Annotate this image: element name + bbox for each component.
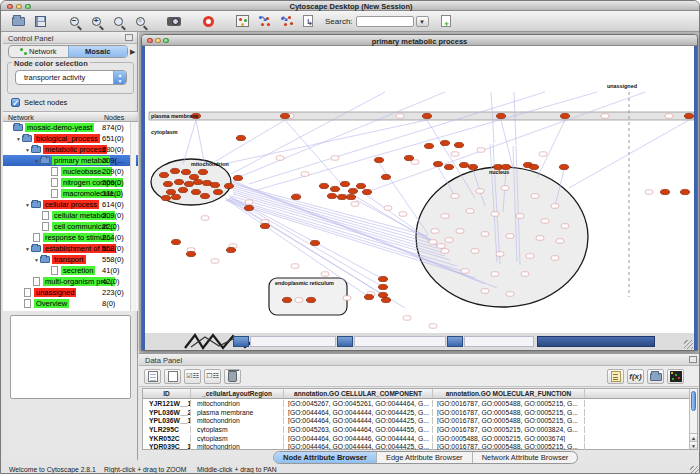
network-node[interactable] <box>684 113 693 118</box>
expand-arrow-icon[interactable]: ▼ <box>15 136 22 142</box>
network-node[interactable] <box>454 142 463 147</box>
background-window-titlebar[interactable] <box>537 336 655 347</box>
network-node-label[interactable] <box>321 272 329 276</box>
network-node[interactable] <box>171 239 180 244</box>
network-node[interactable] <box>330 186 339 191</box>
column-header[interactable]: annotation.GO MOLECULAR_FUNCTION <box>433 389 585 398</box>
network-node[interactable] <box>170 168 179 173</box>
network-node-label[interactable] <box>451 194 459 198</box>
network-node-label[interactable] <box>441 249 449 253</box>
network-node-label[interactable] <box>665 114 673 118</box>
network-node-label[interactable] <box>445 238 453 242</box>
formula-button[interactable]: f(x) <box>627 369 644 384</box>
matrix-view-button[interactable] <box>667 369 684 384</box>
float-panel-icon[interactable] <box>689 356 697 363</box>
select-attributes-button[interactable]: ☑☷ <box>184 369 201 384</box>
tree-row[interactable]: ▼cellular process614(0) <box>3 199 138 210</box>
tree-row[interactable]: multi-organism pro...42(0) <box>3 276 138 287</box>
tree-row[interactable]: unassigned223(0) <box>3 287 138 298</box>
tree-row[interactable]: ▼establishment of lo...558(0) <box>3 243 138 254</box>
network-node-label[interactable] <box>295 298 303 302</box>
network-node-label[interactable] <box>276 156 284 160</box>
background-window-preview[interactable] <box>354 336 446 347</box>
tree-row[interactable]: ▼transport558(0) <box>3 254 138 265</box>
network-node-label[interactable] <box>536 236 544 240</box>
network-edge[interactable] <box>233 190 437 248</box>
attribute-table-button[interactable] <box>144 369 161 384</box>
network-node[interactable] <box>236 135 245 140</box>
network-node-label[interactable] <box>541 219 549 223</box>
enhanced-search-button[interactable]: ＋ <box>436 13 456 30</box>
network-node[interactable] <box>244 205 253 210</box>
scroll-down-icon[interactable]: ▼ <box>690 441 697 449</box>
network-node-label[interactable] <box>531 194 539 198</box>
network-node-label[interactable] <box>291 264 299 268</box>
import-attributes-button[interactable] <box>607 369 624 384</box>
expand-arrow-icon[interactable]: ▼ <box>33 257 40 263</box>
network-window-titlebar[interactable]: primary metabolic process <box>142 35 697 46</box>
network-node-label[interactable] <box>645 190 653 194</box>
tree-row[interactable]: ▼primary metabol209(... <box>3 155 138 166</box>
tree-row[interactable]: secretion41(0) <box>3 265 138 276</box>
delete-attribute-button[interactable] <box>224 369 241 384</box>
column-header[interactable]: ID <box>143 389 191 398</box>
zoom-fit-button[interactable]: ▫ <box>130 13 150 30</box>
network-node-label[interactable] <box>456 229 464 233</box>
network-node[interactable] <box>163 181 172 186</box>
compartment-plasma-membrane[interactable] <box>149 112 694 120</box>
network-node[interactable] <box>198 169 207 174</box>
tab-mosaic[interactable]: Mosaic <box>68 46 128 57</box>
network-node[interactable] <box>529 164 538 169</box>
network-node-label[interactable] <box>466 209 474 213</box>
network-node-label[interactable] <box>451 152 459 156</box>
window-resize-grip[interactable] <box>684 340 693 349</box>
tree-row[interactable]: Overview8(0) <box>3 298 138 309</box>
network-node-label[interactable] <box>201 216 209 220</box>
network-node-label[interactable] <box>351 202 359 206</box>
network-node[interactable] <box>404 155 413 160</box>
new-attribute-button[interactable] <box>164 369 181 384</box>
network-node[interactable] <box>171 194 180 199</box>
tree-row[interactable]: ▼metabolic process280(0) <box>3 144 138 155</box>
tab-network-attribute-browser[interactable]: Network Attribute Browser <box>472 452 578 463</box>
tree-scrollbar[interactable] <box>130 122 136 311</box>
scroll-up-icon[interactable]: ▲ <box>690 433 697 441</box>
network-node[interactable] <box>291 194 300 199</box>
scrollbar-thumb[interactable] <box>691 391 696 411</box>
background-window-preview[interactable] <box>464 336 534 347</box>
background-window-title-fragment[interactable] <box>233 336 249 347</box>
tab-node-attribute-browser[interactable]: Node Attribute Browser <box>274 452 376 463</box>
network-node[interactable] <box>280 113 289 118</box>
network-node-label[interactable] <box>477 148 485 152</box>
network-node-label[interactable] <box>437 244 445 248</box>
network-node-label[interactable] <box>501 186 509 190</box>
network-node[interactable] <box>362 189 371 194</box>
network-node[interactable] <box>444 164 453 169</box>
network-edge[interactable] <box>211 120 285 164</box>
network-node[interactable] <box>310 240 319 245</box>
network-node-label[interactable] <box>245 200 253 204</box>
network-node-label[interactable] <box>521 272 529 276</box>
table-scrollbar[interactable]: ▲ ▼ <box>689 388 698 450</box>
tab-network[interactable]: Network <box>9 46 68 57</box>
table-row[interactable]: YJR121W__1mitochondrion[GO:0045267, GO:0… <box>143 399 689 408</box>
zoom-selected-button[interactable] <box>108 13 128 30</box>
network-node-label[interactable] <box>399 212 407 216</box>
network-node[interactable] <box>374 157 383 162</box>
network-node[interactable] <box>226 247 235 252</box>
birds-eye-view[interactable] <box>10 315 131 399</box>
network-node[interactable] <box>364 294 373 299</box>
network-node-label[interactable] <box>429 240 437 244</box>
network-node[interactable] <box>210 182 219 187</box>
network-node[interactable] <box>433 161 442 166</box>
zoom-in-button[interactable]: + <box>86 13 106 30</box>
unselect-attributes-button[interactable]: ☐☷ <box>204 369 221 384</box>
network-node[interactable] <box>356 183 365 188</box>
network-node[interactable] <box>346 194 355 199</box>
network-canvas[interactable]: plasma membranecytoplasmmitochondrionnuc… <box>145 46 694 333</box>
network-node[interactable] <box>213 189 222 194</box>
network-node[interactable] <box>161 195 170 200</box>
network-node-label[interactable] <box>396 114 404 118</box>
network-node-label[interactable] <box>491 212 499 216</box>
network-node[interactable] <box>184 181 193 186</box>
